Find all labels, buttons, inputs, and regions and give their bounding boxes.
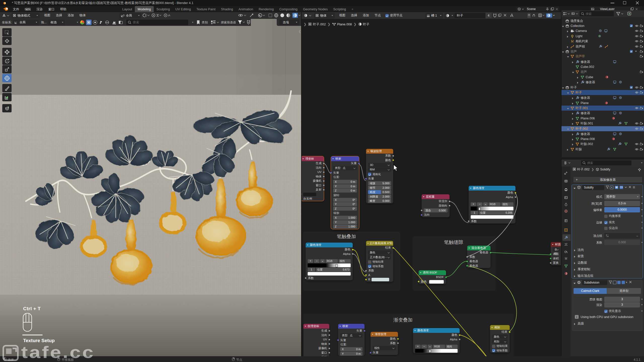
svg-text:i: i	[576, 315, 577, 319]
